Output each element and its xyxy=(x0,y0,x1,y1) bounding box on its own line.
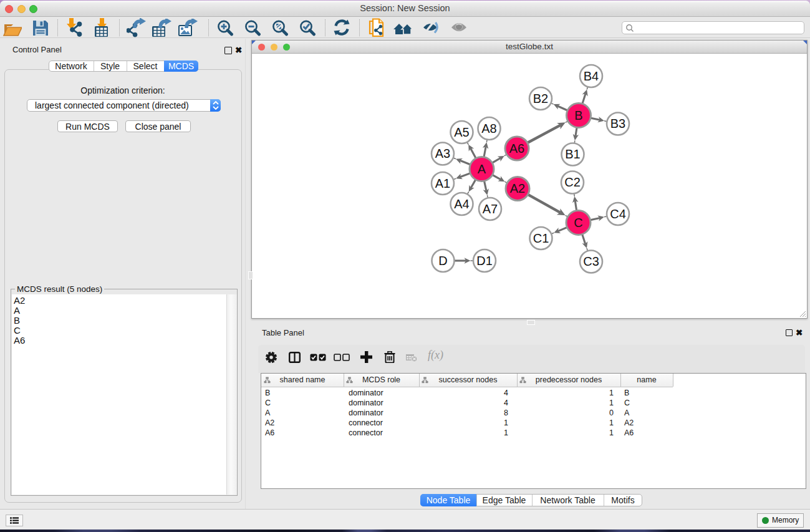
svg-text:B3: B3 xyxy=(610,117,625,130)
svg-text:A3: A3 xyxy=(435,147,450,160)
svg-text:A2: A2 xyxy=(509,181,524,195)
svg-text:C2: C2 xyxy=(564,175,581,189)
svg-text:C3: C3 xyxy=(583,254,599,268)
svg-text:A5: A5 xyxy=(454,125,469,138)
svg-text:B4: B4 xyxy=(583,69,598,82)
svg-text:B: B xyxy=(574,108,582,122)
svg-text:B1: B1 xyxy=(565,147,580,161)
svg-text:D: D xyxy=(438,253,447,267)
svg-text:A6: A6 xyxy=(509,141,524,155)
svg-text:A: A xyxy=(477,162,486,175)
svg-text:A8: A8 xyxy=(481,121,496,135)
svg-text:A1: A1 xyxy=(435,176,450,190)
svg-text:C4: C4 xyxy=(610,206,626,220)
svg-text:C1: C1 xyxy=(533,231,549,244)
svg-text:C: C xyxy=(574,215,582,229)
svg-text:A4: A4 xyxy=(454,196,469,210)
svg-text:B2: B2 xyxy=(533,91,547,105)
svg-text:A7: A7 xyxy=(482,201,497,215)
svg-text:D1: D1 xyxy=(476,253,493,267)
